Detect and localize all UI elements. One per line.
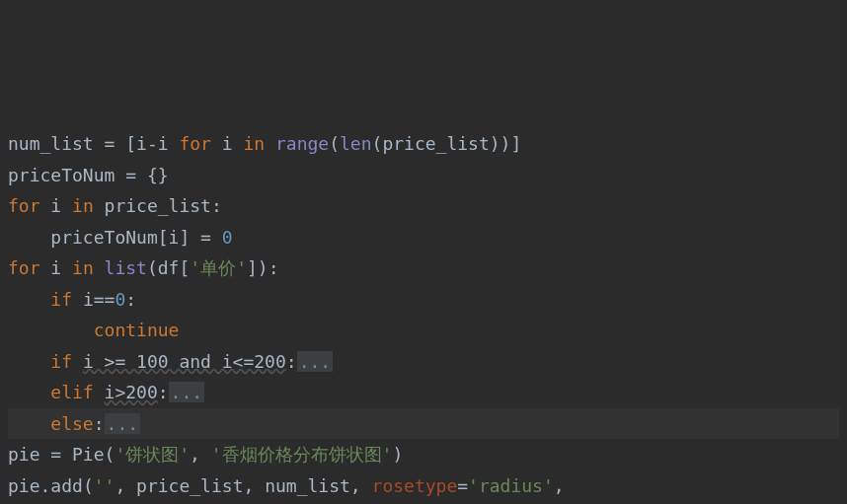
bracket: [ [179,257,190,278]
keyword: in [243,133,275,154]
method: add [50,475,83,496]
code-line-11: pie = Pie('饼状图', '香烟价格分布饼状图') [8,439,839,470]
keyword: in [72,257,105,278]
keyword: if [50,351,83,372]
builtin: list [105,257,147,278]
indent [8,351,50,372]
paren: ))] [490,133,522,154]
code-line-6: if i==0: [8,284,839,316]
variable: price_list [382,133,489,154]
keyword: for [8,195,50,216]
builtin: range [275,133,329,154]
string: '饼状图' [115,444,190,465]
operator: == [94,289,116,310]
code-line-7: continue [8,315,839,346]
code-line-3: for i in price_list: [8,190,839,222]
variable: num_list [265,475,350,496]
operator: = [40,444,73,465]
variable: i [169,227,180,248]
variable: i [50,257,72,278]
paren: ) [392,444,403,465]
comma: , [243,475,265,496]
variable: num_list [8,133,94,154]
operator: = {} [115,165,168,185]
variable: price_list [105,195,211,216]
code-line-2: priceToNum = {} [8,160,839,191]
bracket: ] = [179,227,221,248]
code-line-4: priceToNum[i] = 0 [8,222,839,253]
keyword: if [50,289,83,310]
builtin: len [340,133,372,154]
variable: i [50,195,72,216]
param: rosetype [372,475,458,496]
variable: pie [8,444,40,465]
colon: : [286,351,297,372]
paren: ( [147,257,158,278]
keyword: for [8,257,50,278]
operator: - [147,133,158,154]
class-name: Pie [72,444,105,465]
string: '香烟价格分布饼状图' [211,444,393,465]
comma: , [190,444,211,465]
colon: : [125,289,136,310]
paren: ( [83,475,94,496]
colon: : [94,413,105,434]
colon: : [158,382,169,402]
comma: , [350,475,372,496]
keyword: in [72,195,105,216]
fold-indicator[interactable]: ... [169,382,205,402]
bracket: ]): [247,257,279,278]
string: 'radius' [468,475,554,496]
variable: i [136,133,147,154]
indent [8,413,50,434]
paren: ( [372,133,383,154]
condition: i>200 [105,382,158,402]
variable: price_list [136,475,243,496]
string: '单价' [190,257,247,278]
paren: ( [105,444,116,465]
number: 0 [115,289,125,310]
keyword: for [179,133,221,154]
keyword: elif [50,382,104,402]
indent [8,227,50,248]
dot: . [40,475,51,496]
variable: priceToNum [8,165,115,185]
code-line-5: for i in list(df['单价']): [8,252,839,284]
variable: priceToNum [50,227,157,248]
indent [8,289,50,310]
fold-indicator[interactable]: ... [105,413,141,434]
indent [8,320,94,340]
code-line-8: if i >= 100 and i<=200:... [8,346,839,378]
comma: , [554,475,565,496]
operator: = [ [94,133,136,154]
code-line-10: else:... [8,408,839,440]
code-line-12: pie.add('', price_list, num_list, rosety… [8,470,839,502]
variable: i [83,289,94,310]
number: 0 [222,227,233,248]
code-line-9: elif i>200:... [8,377,839,408]
indent [8,382,50,402]
code-editor[interactable]: num_list = [i-i for i in range(len(price… [8,128,839,504]
code-line-1: num_list = [i-i for i in range(len(price… [8,128,839,160]
variable: i [222,133,244,154]
bracket: [ [158,227,169,248]
colon: : [211,195,222,216]
condition: i >= 100 and i<=200 [83,351,286,372]
operator: = [457,475,468,496]
variable: i [158,133,180,154]
keyword: else [50,413,93,434]
keyword: continue [94,320,180,340]
string: '' [94,475,116,496]
variable: df [158,257,180,278]
comma: , [115,475,136,496]
fold-indicator[interactable]: ... [297,351,334,372]
paren: ( [329,133,340,154]
variable: pie [8,475,40,496]
